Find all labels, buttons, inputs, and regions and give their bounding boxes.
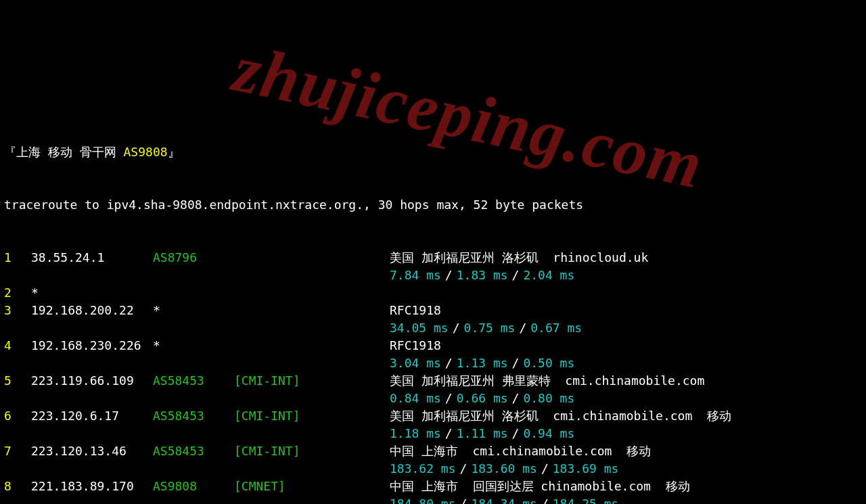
hop-number: 5 (4, 372, 31, 390)
hop-asn: AS9808 (153, 478, 234, 495)
hop-number: 3 (4, 302, 31, 319)
separator: / (441, 390, 457, 407)
hop-row: 5223.119.66.109AS58453[CMI-INT]美国 加利福尼亚州… (4, 372, 866, 390)
latency-3: 0.94 ms (523, 425, 574, 442)
separator: / (456, 460, 472, 478)
header-line: 『上海 移动 骨干网 AS9808』 (4, 143, 866, 161)
latency-2: 0.66 ms (457, 390, 508, 407)
hop-location: RFC1918 (390, 302, 441, 319)
latency-3: 183.69 ms (553, 460, 619, 478)
separator: / (508, 425, 524, 442)
hop-ip: * (31, 284, 153, 302)
hop-tag: [CMI-INT] (234, 372, 390, 390)
hop-number: 4 (4, 337, 31, 354)
hop-number: 1 (4, 249, 31, 267)
separator: / (456, 495, 472, 504)
hop-row: 6223.120.6.17AS58453[CMI-INT]美国 加利福尼亚州 洛… (4, 407, 866, 425)
hop-location: 美国 加利福尼亚州 洛杉矶 cmi.chinamobile.com 移动 (390, 407, 731, 425)
separator: / (441, 425, 457, 442)
separator: / (441, 267, 457, 284)
hop-ip: 223.119.66.109 (31, 372, 153, 390)
latency-1: 7.84 ms (390, 267, 441, 284)
latency-1: 1.18 ms (390, 425, 441, 442)
hop-timings: 1.18 ms/1.11 ms/0.94 ms (4, 425, 866, 442)
hop-location: 美国 加利福尼亚州 弗里蒙特 cmi.chinamobile.com (390, 372, 704, 390)
hop-timings: 34.05 ms/0.75 ms/0.67 ms (4, 319, 866, 337)
header-region: 上海 移动 骨干网 (16, 143, 116, 161)
bracket-left: 『 (4, 143, 16, 161)
separator: / (537, 495, 553, 504)
latency-2: 1.11 ms (457, 425, 508, 442)
hop-ip: 223.120.6.17 (31, 407, 153, 425)
hop-number: 7 (4, 442, 31, 460)
separator: / (537, 460, 553, 478)
command-line: traceroute to ipv4.sha-9808.endpoint.nxt… (4, 196, 866, 214)
latency-1: 184.80 ms (390, 495, 456, 504)
separator: / (441, 354, 457, 372)
latency-3: 2.04 ms (523, 267, 574, 284)
latency-1: 34.05 ms (390, 319, 449, 337)
hop-number: 2 (4, 284, 31, 302)
latency-2: 1.13 ms (457, 354, 508, 372)
latency-1: 0.84 ms (390, 390, 441, 407)
latency-3: 0.80 ms (523, 390, 574, 407)
hop-row: 2* (4, 284, 866, 302)
hop-asn: AS58453 (153, 407, 234, 425)
header-asn: AS9808 (124, 143, 168, 161)
latency-1: 3.04 ms (390, 354, 441, 372)
hop-asn: AS58453 (153, 442, 234, 460)
latency-3: 184.25 ms (553, 495, 619, 504)
hop-row: 138.55.24.1AS8796美国 加利福尼亚州 洛杉矶 rhinoclou… (4, 249, 866, 267)
hop-number: 6 (4, 407, 31, 425)
separator: / (508, 267, 524, 284)
hop-row: 3192.168.200.22*RFC1918 (4, 302, 866, 319)
hop-tag: [CMNET] (234, 478, 390, 495)
hop-row: 8221.183.89.170AS9808[CMNET]中国 上海市 回国到达层… (4, 478, 866, 495)
hop-ip: 221.183.89.170 (31, 478, 153, 495)
latency-3: 0.67 ms (530, 319, 582, 337)
separator: / (449, 319, 464, 337)
hop-asn: * (153, 337, 234, 354)
hop-location: 中国 上海市 回国到达层 chinamobile.com 移动 (390, 478, 690, 495)
hop-timings: 0.84 ms/0.66 ms/0.80 ms (4, 390, 866, 407)
hop-timings: 7.84 ms/1.83 ms/2.04 ms (4, 267, 866, 284)
latency-2: 1.83 ms (457, 267, 508, 284)
hop-asn: AS8796 (153, 249, 234, 267)
hop-location: 美国 加利福尼亚州 洛杉矶 rhinocloud.uk (390, 249, 648, 267)
separator: / (508, 354, 524, 372)
latency-1: 183.62 ms (390, 460, 456, 478)
latency-3: 0.50 ms (523, 354, 574, 372)
separator: / (508, 390, 524, 407)
terminal-output: 『上海 移动 骨干网 AS9808』 traceroute to ipv4.sh… (4, 108, 866, 504)
hop-timings: 183.62 ms/183.60 ms/183.69 ms (4, 460, 866, 478)
latency-2: 0.75 ms (464, 319, 516, 337)
hop-ip: 192.168.230.226 (31, 337, 153, 354)
hop-row: 4192.168.230.226*RFC1918 (4, 337, 866, 354)
hop-asn: * (153, 302, 234, 319)
hop-location: 中国 上海市 cmi.chinamobile.com 移动 (390, 442, 651, 460)
hop-tag: [CMI-INT] (234, 407, 390, 425)
hop-asn: AS58453 (153, 372, 234, 390)
hop-tag: [CMI-INT] (234, 442, 390, 460)
hop-ip: 223.120.13.46 (31, 442, 153, 460)
bracket-right: 』 (168, 143, 180, 161)
hop-timings: 184.80 ms/184.34 ms/184.25 ms (4, 495, 866, 504)
latency-2: 183.60 ms (471, 460, 537, 478)
hop-row: 7223.120.13.46AS58453[CMI-INT]中国 上海市 cmi… (4, 442, 866, 460)
hop-location: RFC1918 (390, 337, 441, 354)
hop-ip: 38.55.24.1 (31, 249, 153, 267)
latency-2: 184.34 ms (471, 495, 537, 504)
hop-ip: 192.168.200.22 (31, 302, 153, 319)
separator: / (515, 319, 530, 337)
hop-number: 8 (4, 478, 31, 495)
hop-timings: 3.04 ms/1.13 ms/0.50 ms (4, 354, 866, 372)
